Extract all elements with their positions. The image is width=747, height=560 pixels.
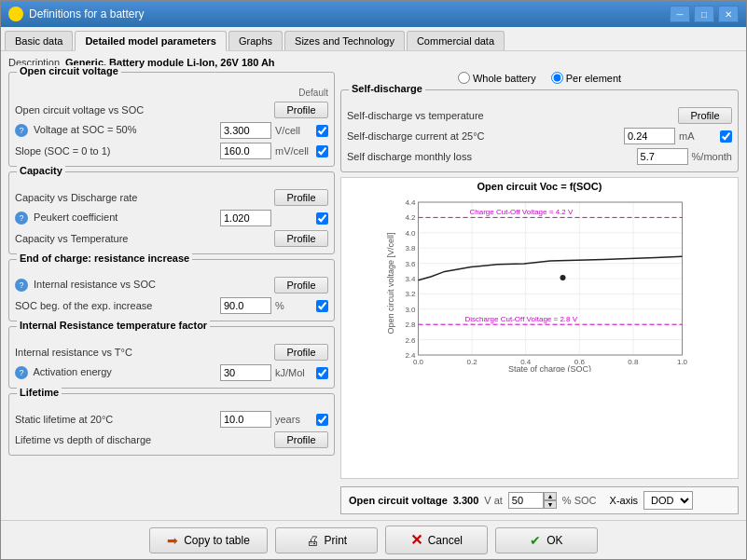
sd-current-input[interactable] — [624, 128, 675, 144]
per-element-radio[interactable] — [551, 72, 563, 84]
voc-value: 3.300 — [453, 495, 479, 506]
cancel-icon: ✕ — [410, 531, 422, 549]
self-discharge-group: Self-discharge Self-discharge vs tempera… — [340, 89, 739, 172]
xaxis-select[interactable]: DOD SOC — [643, 491, 693, 510]
per-element-option[interactable]: Per element — [551, 72, 621, 84]
capacity-profile-btn-3[interactable]: Profile — [274, 230, 328, 247]
svg-text:4.4: 4.4 — [405, 198, 416, 207]
peukert-checkbox[interactable] — [316, 212, 328, 225]
print-button[interactable]: 🖨 Print — [275, 527, 378, 553]
cancel-button[interactable]: ✕ Cancel — [385, 526, 488, 554]
help-icon-2[interactable]: ? — [15, 212, 28, 225]
sd-monthly-input[interactable] — [637, 148, 688, 165]
svg-text:3.2: 3.2 — [405, 290, 416, 298]
capacity-label-1: Capacity vs Discharge rate — [15, 192, 270, 203]
right-panel: Whole battery Per element Self-discharge… — [340, 72, 739, 514]
slope-input[interactable] — [220, 143, 271, 159]
tab-basic-data[interactable]: Basic data — [5, 31, 73, 50]
ok-button[interactable]: ✔ OK — [495, 527, 598, 553]
close-button[interactable]: ✕ — [718, 6, 739, 22]
tab-sizes-tech[interactable]: Sizes and Technology — [284, 31, 405, 50]
voltage-soc50-unit: V/cell — [275, 125, 312, 136]
tab-graphs[interactable]: Graphs — [228, 31, 283, 50]
sd-row-1: Self-discharge vs temperature Profile — [347, 105, 732, 126]
soc-spinner-group: ▲ ▼ — [508, 492, 557, 509]
whole-battery-option[interactable]: Whole battery — [458, 72, 536, 84]
sd-profile-btn-1[interactable]: Profile — [678, 107, 732, 124]
peukert-input[interactable] — [220, 210, 271, 226]
eoc-row-1: ? Internal resistance vs SOC Profile — [15, 275, 328, 295]
capacity-label-2: ? Peukert coefficient — [15, 212, 216, 225]
ir-group-inner: Internal resistance vs T°C Profile ? Act… — [15, 342, 328, 383]
lifetime-label-2: Lifetime vs depth of discharge — [15, 434, 270, 445]
eoc-profile-btn-1[interactable]: Profile — [274, 277, 328, 294]
help-icon-4[interactable]: ? — [15, 366, 28, 379]
lifetime-group-inner: Static lifetime at 20°C years Lifetime v… — [15, 409, 328, 450]
static-lifetime-checkbox[interactable] — [316, 414, 328, 426]
eoc-group-inner: ? Internal resistance vs SOC Profile SOC… — [15, 275, 328, 316]
app-icon — [8, 7, 23, 21]
ocv-profile-btn-1[interactable]: Profile — [274, 102, 328, 118]
capacity-profile-btn-1[interactable]: Profile — [274, 189, 328, 206]
ir-row-1: Internal resistance vs T°C Profile — [15, 342, 328, 362]
voltage-soc50-input[interactable] — [220, 122, 271, 139]
svg-text:4.2: 4.2 — [405, 213, 416, 222]
svg-text:3.4: 3.4 — [405, 275, 416, 283]
slope-checkbox[interactable] — [316, 145, 328, 157]
voc-curve — [419, 256, 683, 280]
ir-profile-btn-1[interactable]: Profile — [274, 344, 328, 361]
copy-table-icon: ➡ — [167, 533, 178, 548]
voc-readout: Open circuit voltage 3.300 V at ▲ ▼ % SO… — [340, 486, 739, 514]
voc-soc-input[interactable] — [508, 492, 544, 509]
x-axis-label: State of charge (SOC) — [508, 364, 591, 372]
svg-text:2.6: 2.6 — [405, 336, 416, 345]
help-icon-3[interactable]: ? — [15, 279, 28, 292]
soc-beg-input[interactable] — [220, 297, 271, 314]
default-label: Default — [15, 88, 328, 98]
svg-text:0.2: 0.2 — [467, 358, 478, 366]
minimize-button[interactable]: ─ — [670, 6, 690, 22]
help-icon-1[interactable]: ? — [15, 124, 28, 137]
lifetime-row-2: Lifetime vs depth of discharge Profile — [15, 430, 328, 450]
soc-beg-checkbox[interactable] — [316, 300, 328, 312]
capacity-group: Capacity Capacity vs Discharge rate Prof… — [8, 171, 335, 254]
svg-text:3.8: 3.8 — [405, 244, 416, 253]
sd-current-unit: mA — [679, 130, 716, 142]
ocv-row-3: Slope (SOC = 0 to 1) mV/cell — [15, 141, 328, 161]
svg-text:2.8: 2.8 — [405, 321, 416, 329]
ocv-row-2: ? Voltage at SOC = 50% V/cell — [15, 120, 328, 141]
static-lifetime-input[interactable] — [220, 411, 271, 428]
tab-commercial[interactable]: Commercial data — [407, 31, 505, 50]
voc-soc-unit: % SOC — [562, 495, 597, 506]
activation-energy-input[interactable] — [220, 364, 271, 381]
soc-down-btn[interactable]: ▼ — [544, 500, 557, 509]
ocv-group-inner: Default Open circuit voltage vs SOC Prof… — [15, 88, 328, 161]
ocv-label-3: Slope (SOC = 0 to 1) — [15, 145, 216, 157]
maximize-button[interactable]: □ — [694, 6, 714, 22]
copy-table-button[interactable]: ➡ Copy to table — [149, 527, 268, 553]
sd-label-1: Self-discharge vs temperature — [347, 110, 674, 121]
activation-energy-checkbox[interactable] — [316, 367, 328, 379]
slope-unit: mV/cell — [275, 145, 312, 157]
ocv-group-title: Open circuit voltage — [17, 65, 121, 76]
ok-icon: ✔ — [530, 533, 541, 548]
main-content: Description Generic, Battery module Li-I… — [1, 51, 746, 520]
chart-container: Open circuit Voc = f(SOC) Open circuit v… — [340, 177, 739, 479]
voltage-soc50-checkbox[interactable] — [316, 125, 328, 137]
lifetime-label-1: Static lifetime at 20°C — [15, 414, 216, 425]
eoc-label-2: SOC beg. of the exp. increase — [15, 300, 216, 311]
lifetime-profile-btn-2[interactable]: Profile — [274, 431, 328, 448]
ir-label-2: ? Activation energy — [15, 366, 216, 379]
whole-battery-radio[interactable] — [458, 72, 470, 84]
window-controls: ─ □ ✕ — [670, 6, 739, 22]
capacity-row-2: ? Peukert coefficient — [15, 208, 328, 228]
eoc-row-2: SOC beg. of the exp. increase % — [15, 295, 328, 316]
ocv-label-2: ? Voltage at SOC = 50% — [15, 124, 216, 137]
xaxis-label: X-axis — [610, 495, 639, 506]
soc-beg-unit: % — [275, 300, 312, 311]
sd-current-checkbox[interactable] — [720, 130, 732, 143]
soc-up-btn[interactable]: ▲ — [544, 492, 557, 500]
tab-detailed-model[interactable]: Detailed model parameters — [75, 31, 227, 51]
svg-text:3.6: 3.6 — [405, 260, 416, 268]
internal-resistance-group: Internal Resistance temperature factor I… — [8, 326, 335, 389]
